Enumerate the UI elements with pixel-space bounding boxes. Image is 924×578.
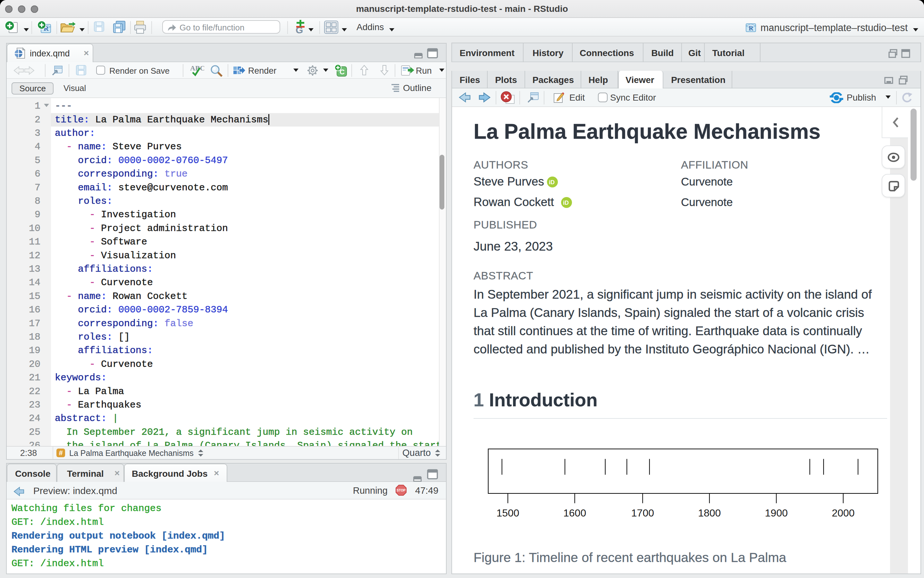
svg-text:iD: iD <box>563 200 569 206</box>
svg-text:iD: iD <box>549 179 555 185</box>
svg-text:1700: 1700 <box>631 507 654 519</box>
svg-text:1500: 1500 <box>496 507 519 519</box>
svg-text:R: R <box>748 25 753 32</box>
svg-text:1600: 1600 <box>563 507 586 519</box>
svg-text:STOP: STOP <box>397 489 405 492</box>
svg-text:2000: 2000 <box>832 507 854 519</box>
svg-text:1800: 1800 <box>698 507 721 519</box>
svg-text:1900: 1900 <box>765 507 788 519</box>
